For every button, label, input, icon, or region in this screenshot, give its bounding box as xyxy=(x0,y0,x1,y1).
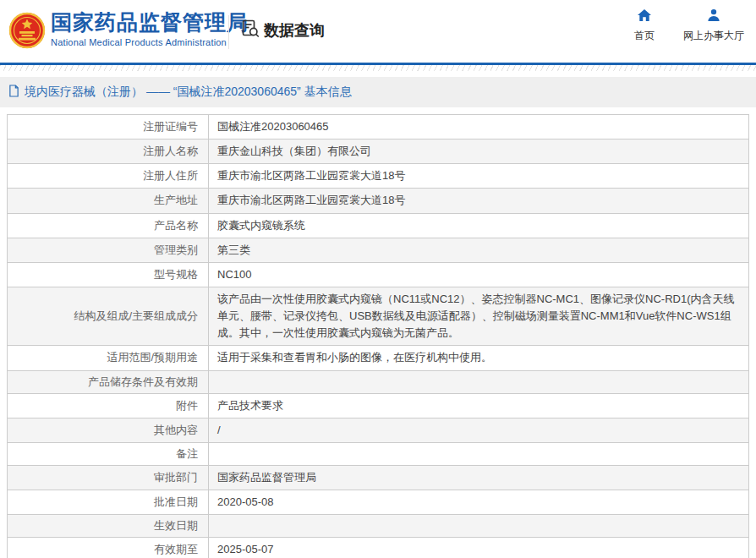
table-row: 生产地址重庆市渝北区两路工业园霓裳大道18号 xyxy=(8,189,749,213)
table-row: 其他内容/ xyxy=(8,418,749,442)
row-label: 有效期至 xyxy=(8,538,209,558)
table-row: 附件产品技术要求 xyxy=(8,393,749,418)
document-search-icon xyxy=(240,19,260,42)
row-label: 适用范围/预期用途 xyxy=(8,346,209,370)
row-value: / xyxy=(209,418,749,442)
row-value xyxy=(209,442,749,465)
table-row: 产品储存条件及有效期 xyxy=(8,370,749,393)
row-value: 重庆金山科技（集团）有限公司 xyxy=(209,140,749,164)
nav-label: 网上办事大厅 xyxy=(683,29,744,43)
row-value: 适用于采集和查看胃和小肠的图像，在医疗机构中使用。 xyxy=(209,346,749,370)
row-label: 结构及组成/主要组成成分 xyxy=(8,287,209,345)
org-subtitle: National Medical Products Administration xyxy=(51,37,249,47)
row-label: 附件 xyxy=(8,393,209,418)
row-value: 该产品由一次性使用胶囊式内窥镜（NC11或NC12）、姿态控制器NC-MC1、图… xyxy=(209,287,749,345)
row-label: 型号规格 xyxy=(8,262,209,287)
row-value: 国家药品监督管理局 xyxy=(209,465,749,490)
row-value: NC100 xyxy=(209,262,749,287)
row-value: 胶囊式内窥镜系统 xyxy=(209,213,749,238)
row-label: 产品名称 xyxy=(8,213,209,238)
site-header: 国家药品监督管理局 National Medical Products Admi… xyxy=(0,0,756,63)
table-row: 管理类别第三类 xyxy=(8,238,749,262)
row-label: 批准日期 xyxy=(8,490,209,514)
row-label: 管理类别 xyxy=(8,238,209,262)
table-row: 产品名称胶囊式内窥镜系统 xyxy=(8,213,749,238)
nav-item-service-hall[interactable]: 网上办事大厅 xyxy=(683,8,744,43)
row-label: 注册证编号 xyxy=(8,115,209,140)
table-row: 备注 xyxy=(8,442,749,465)
table-row: 注册人名称重庆金山科技（集团）有限公司 xyxy=(8,140,749,164)
row-value xyxy=(209,515,749,538)
row-value: 2025-05-07 xyxy=(209,538,749,558)
home-icon xyxy=(637,8,652,25)
section-title: 数据查询 xyxy=(264,20,325,41)
nav-label: 首页 xyxy=(634,29,655,43)
header-divider xyxy=(228,15,229,49)
org-title: 国家药品监督管理局 xyxy=(51,10,249,35)
document-icon xyxy=(8,85,19,101)
table-row: 审批部门国家药品监督管理局 xyxy=(8,465,749,490)
nav-item-home[interactable]: 首页 xyxy=(634,8,655,43)
table-row: 注册人住所重庆市渝北区两路工业园霓裳大道18号 xyxy=(8,164,749,189)
org-identity: 国家药品监督管理局 National Medical Products Admi… xyxy=(51,10,249,47)
row-label: 备注 xyxy=(8,442,209,465)
person-icon xyxy=(706,8,721,25)
row-label: 生产地址 xyxy=(8,189,209,213)
row-value: 国械注准20203060465 xyxy=(209,115,749,140)
table-row: 有效期至2025-05-07 xyxy=(8,538,749,558)
texture-band xyxy=(0,65,756,71)
row-value: 2020-05-08 xyxy=(209,490,749,514)
breadcrumb-text: 境内医疗器械（注册） —— “国械注准20203060465” 基本信息 xyxy=(25,85,352,100)
row-label: 其他内容 xyxy=(8,418,209,442)
table-row: 结构及组成/主要组成成分该产品由一次性使用胶囊式内窥镜（NC11或NC12）、姿… xyxy=(8,287,749,345)
registration-info-table: 注册证编号国械注准20203060465注册人名称重庆金山科技（集团）有限公司注… xyxy=(0,107,756,558)
row-value: 重庆市渝北区两路工业园霓裳大道18号 xyxy=(209,164,749,189)
row-label: 生效日期 xyxy=(8,515,209,538)
row-label: 产品储存条件及有效期 xyxy=(8,370,209,393)
data-query-section[interactable]: 数据查询 xyxy=(240,19,325,42)
top-nav: 首页 网上办事大厅 xyxy=(634,8,744,43)
table-row: 型号规格NC100 xyxy=(8,262,749,287)
row-label: 注册人住所 xyxy=(8,164,209,189)
row-value: 产品技术要求 xyxy=(209,393,749,418)
table-row: 适用范围/预期用途适用于采集和查看胃和小肠的图像，在医疗机构中使用。 xyxy=(8,346,749,370)
breadcrumb: 境内医疗器械（注册） —— “国械注准20203060465” 基本信息 xyxy=(0,77,756,107)
table-row: 批准日期2020-05-08 xyxy=(8,490,749,514)
table-row: 生效日期 xyxy=(8,515,749,538)
row-label: 注册人名称 xyxy=(8,140,209,164)
national-emblem-icon xyxy=(8,7,46,56)
row-label: 审批部门 xyxy=(8,465,209,490)
row-value: 第三类 xyxy=(209,238,749,262)
table-row: 注册证编号国械注准20203060465 xyxy=(8,115,749,140)
row-value: 重庆市渝北区两路工业园霓裳大道18号 xyxy=(209,189,749,213)
row-value xyxy=(209,370,749,393)
info-table-body: 注册证编号国械注准20203060465注册人名称重庆金山科技（集团）有限公司注… xyxy=(8,115,749,558)
